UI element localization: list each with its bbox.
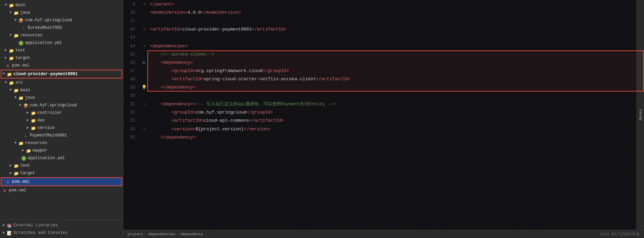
folder-icon: 📁 — [6, 71, 12, 77]
folder-brown-icon: 📁 — [13, 170, 19, 176]
sidebar-item-target1[interactable]: ▶ 📁 target — [0, 54, 123, 62]
sidebar-item-dao[interactable]: ▶ 📁 dao — [0, 117, 123, 124]
line-number: 21 — [123, 100, 141, 108]
arrow-icon: ▼ — [1, 71, 6, 78]
sidebar-item-label: cloud-provider-payment8001 — [13, 71, 77, 78]
arrow-icon: ▶ — [25, 109, 30, 116]
sidebar-item-main[interactable]: ▼ 📁 main — [0, 1, 123, 9]
breadcrumb: project › dependencies › dependency CSDN… — [123, 230, 644, 238]
sidebar-item-label: PaymentMain8001 — [30, 132, 67, 139]
sidebar-item-eureka[interactable]: ☕ EurekaMain7001 — [0, 24, 123, 32]
arrow-icon: ▼ — [8, 9, 13, 16]
scratches-icon: 📝 — [6, 230, 12, 236]
status-right: CSDN @会飞的猫不吃鱼 — [600, 231, 640, 237]
sidebar-item-package1[interactable]: ▼ 📦 com.hyf.springcloud — [0, 16, 123, 24]
sidebar-item-target2[interactable]: ▶ 📁 target — [0, 169, 123, 177]
sidebar-item-main2[interactable]: ▼ 📁 main — [0, 86, 123, 94]
code-line-18: 18 <artifactId>spring-cloud-starter-netf… — [123, 75, 644, 83]
sidebar-item-label: test — [20, 162, 30, 169]
line-number: 11 — [123, 17, 141, 25]
code-line-17: 17 <groupId>org.springframework.cloud</g… — [123, 67, 644, 75]
gutter: ↻ — [141, 59, 147, 67]
sidebar-item-package2[interactable]: ▼ 📦 com.hyf.springcloud — [0, 102, 123, 109]
folder-icon: 📁 — [8, 80, 14, 85]
code-text: <groupId>com.hyf.springcloud</groupId> — [147, 108, 644, 117]
code-line-22: 22 <groupId>com.hyf.springcloud</groupId… — [123, 108, 644, 117]
sidebar-item-test1[interactable]: ▶ 📁 test — [0, 47, 123, 54]
arrow-icon: ▼ — [3, 2, 8, 9]
folder-icon: 📁 — [8, 48, 14, 53]
sidebar-item-resources1[interactable]: ▼ 📁 resources — [0, 32, 123, 39]
sidebar-item-service[interactable]: ▶ 📁 service — [0, 124, 123, 132]
folder-icon: 📁 — [30, 125, 36, 131]
arrow-icon: ▼ — [8, 87, 13, 94]
sidebar-item-pomxml2[interactable]: m pom.xml — [1, 177, 122, 186]
line-number: 14 — [123, 42, 141, 50]
sidebar-item-test2[interactable]: ▶ 📁 test — [0, 162, 123, 169]
line-number: 24 — [123, 125, 141, 133]
sidebar-item-src[interactable]: ▼ 📁 src — [0, 79, 123, 86]
line-number: 13 — [123, 34, 141, 42]
sidebar-item-label: pom.xml — [12, 178, 29, 185]
sidebar-item-cloud-provider[interactable]: ▼ 📁 cloud-provider-payment8001 — [1, 70, 122, 79]
sidebar-item-label: application.yml — [25, 39, 62, 46]
sidebar-item-label: mapper — [33, 147, 47, 154]
folder-icon: 📁 — [30, 110, 36, 116]
sidebar-item-java1[interactable]: ▼ 📁 java — [0, 9, 123, 16]
code-line-10: 10 <modelVersion>4.0.0</modelVersion> — [123, 9, 644, 17]
highlight-region: 15 <!--eureka-client--> 16 ↻ <dependency… — [123, 50, 644, 92]
gutter: ◁ — [141, 25, 147, 34]
sidebar-item-label: src — [15, 79, 23, 86]
sidebar-item-java2[interactable]: ▼ 📁 java — [0, 94, 123, 102]
sidebar-item-scratches[interactable]: ▶ 📝 Scratches and Consoles — [0, 229, 123, 237]
sidebar-item-pomxml1[interactable]: m pom.xml — [0, 62, 123, 69]
folder-icon: 📁 — [13, 33, 19, 38]
breadcrumb-project[interactable]: project — [127, 232, 143, 236]
code-text: </parent> — [147, 0, 644, 9]
code-line-23: 23 <artifactId>cloud-api-commons</artifa… — [123, 117, 644, 125]
sidebar[interactable]: ▼ 📁 main ▼ 📁 java ▼ 📦 com.hyf.springclou… — [0, 0, 123, 238]
sidebar-item-controller[interactable]: ▶ 📁 controller — [0, 109, 123, 117]
code-text: <dependencies> — [147, 42, 644, 50]
line-number: 18 — [123, 75, 141, 83]
arrow-icon: ▶ — [1, 222, 6, 229]
breadcrumb-dependencies[interactable]: dependencies — [148, 232, 175, 236]
code-line-14: 14 ◁ <dependencies> — [123, 42, 644, 50]
code-line-12: 12 ◁ <artifactId>cloud-provider-payment8… — [123, 25, 644, 34]
code-line-24: 24 ◁ <version>${project.version}</versio… — [123, 125, 644, 133]
line-number: 23 — [123, 117, 141, 125]
gutter: ◁ — [141, 0, 147, 9]
sidebar-item-label: main — [20, 87, 30, 94]
line-number: 25 — [123, 133, 141, 142]
folder-brown-icon: 📁 — [8, 55, 14, 61]
code-line-19: 19 💡 </dependency> — [123, 83, 644, 92]
xml-m-icon: m — [5, 179, 11, 185]
arrow-icon: ▶ — [3, 55, 8, 61]
gutter: 💡 — [141, 83, 147, 92]
line-number: 10 — [123, 9, 141, 17]
code-editor[interactable]: 9 ◁ </parent> 10 <modelVersion>4.0.0</mo… — [123, 0, 644, 230]
code-text: <artifactId>spring-cloud-starter-netflix… — [147, 75, 644, 83]
sidebar-item-payment-main[interactable]: ☕ PaymentMain8001 — [0, 132, 123, 139]
sidebar-item-resources2[interactable]: ▼ 📁 resources — [0, 139, 123, 147]
arrow-icon: ▼ — [13, 94, 18, 101]
sidebar-item-mapper[interactable]: ▶ 📁 mapper — [0, 147, 123, 154]
folder-icon: 📁 — [13, 87, 19, 93]
sidebar-item-appyml1[interactable]: 🟢 application.yml — [0, 39, 123, 47]
code-text: <dependency> — [147, 59, 644, 67]
code-line-20: 20 — [123, 92, 644, 100]
folder-icon: 📁 — [13, 163, 19, 168]
arrow-icon: ▼ — [3, 79, 8, 86]
breadcrumb-dependency[interactable]: dependency — [181, 232, 203, 236]
sidebar-item-external-libs[interactable]: ▶ 📚 External Libraries — [0, 222, 123, 229]
sidebar-item-appyml2[interactable]: 🟢 application.yml — [0, 154, 123, 162]
sidebar-item-label: service — [37, 124, 54, 131]
sidebar-item-label: dao — [37, 117, 45, 124]
arrow-icon: ▶ — [21, 147, 25, 154]
sidebar-item-label: java — [20, 9, 30, 16]
folder-icon: 📁 — [30, 118, 36, 123]
line-number: 20 — [123, 92, 141, 100]
xml-icon: m — [5, 63, 11, 68]
code-text: <artifactId>cloud-api-commons</artifactI… — [147, 117, 644, 125]
sidebar-item-pomxml3[interactable]: m pom.xml — [0, 187, 123, 194]
